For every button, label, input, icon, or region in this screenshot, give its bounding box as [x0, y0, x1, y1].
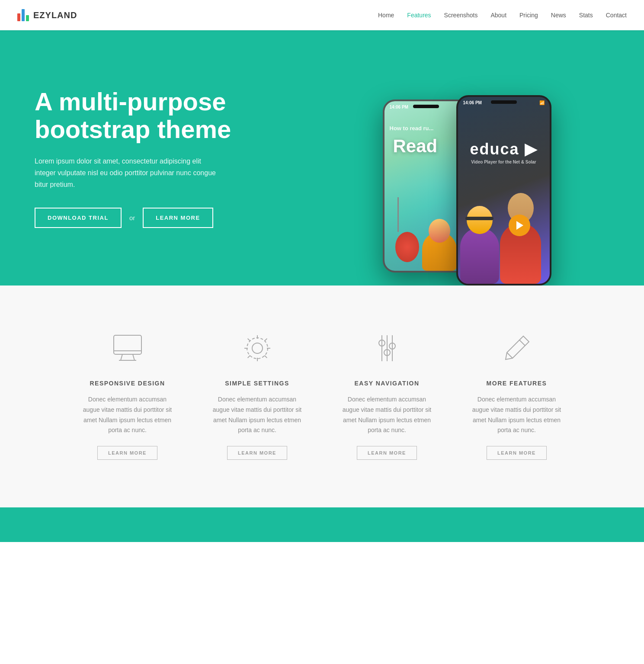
hero-image: 14:06 PM How to read ru... Read — [290, 30, 644, 285]
feature-desc-more: Donec elementum accumsan augue vitae mat… — [469, 395, 564, 436]
hero-or-text: or — [129, 214, 135, 221]
feature-item-responsive: RESPONSIVE DESIGN Donec elementum accums… — [63, 320, 192, 473]
logo-bar-red — [17, 13, 20, 21]
bottom-band — [0, 507, 644, 542]
play-button — [509, 215, 530, 236]
nav-item-screenshots[interactable]: Screenshots — [444, 11, 478, 19]
phones-container: 14:06 PM How to read ru... Read — [383, 30, 551, 285]
nav-item-pricing[interactable]: Pricing — [519, 11, 538, 19]
how-to-read-text: How to read ru... — [390, 125, 434, 132]
nav-link-about[interactable]: About — [490, 12, 506, 19]
nav-item-stats[interactable]: Stats — [579, 11, 593, 19]
phone-left-screen: 14:06 PM How to read ru... Read — [384, 101, 468, 271]
features-section: RESPONSIVE DESIGN Donec elementum accums… — [0, 285, 644, 507]
nav-link-pricing[interactable]: Pricing — [519, 12, 538, 19]
hero-section: A multi-purpose bootstrap theme Lorem ip… — [0, 30, 644, 285]
feature-item-navigation: EASY NAVIGATION Donec elementum accumsan… — [322, 320, 452, 473]
feature-title-settings: SIMPLE SETTINGS — [225, 380, 289, 387]
nav-link-contact[interactable]: Contact — [606, 12, 627, 19]
read-text: Read — [393, 136, 438, 157]
feature-desc-settings: Donec elementum accumsan augue vitae mat… — [210, 395, 305, 436]
educa-subtitle: Video Player for the Net & Solar — [458, 160, 550, 164]
feature-learn-more-navigation[interactable]: LEARN MORE — [357, 446, 417, 460]
nav-item-news[interactable]: News — [551, 11, 566, 19]
phone-right-screen: 14:06 PM 📶 educa ▶ Video Player for the … — [458, 97, 550, 284]
nav-link-screenshots[interactable]: Screenshots — [444, 12, 478, 19]
features-grid: RESPONSIVE DESIGN Donec elementum accums… — [63, 320, 582, 473]
feature-learn-more-responsive[interactable]: LEARN MORE — [97, 446, 157, 460]
phone-right: 14:06 PM 📶 educa ▶ Video Player for the … — [456, 95, 551, 285]
hero-content: A multi-purpose bootstrap theme Lorem ip… — [35, 88, 260, 228]
logo[interactable]: EZYLAND — [17, 9, 77, 21]
nav-item-home[interactable]: Home — [378, 11, 394, 19]
nav-link-home[interactable]: Home — [378, 12, 394, 19]
pencil-icon — [497, 329, 536, 368]
svg-rect-0 — [114, 335, 141, 354]
feature-learn-more-settings[interactable]: LEARN MORE — [227, 446, 287, 460]
feature-title-navigation: EASY NAVIGATION — [354, 380, 419, 387]
hero-buttons: DOWNLOAD TRIAL or LEARN MORE — [35, 208, 260, 228]
nav-link-features[interactable]: Features — [407, 12, 431, 19]
pencil-svg — [500, 331, 534, 366]
sliders-svg — [370, 331, 404, 366]
feature-desc-navigation: Donec elementum accumsan augue vitae mat… — [340, 395, 435, 436]
feature-learn-more-more[interactable]: LEARN MORE — [487, 446, 547, 460]
phone-right-status: 14:06 PM 📶 — [458, 100, 550, 105]
hero-description: Lorem ipsum dolor sit amet, consectetur … — [35, 155, 221, 191]
nav-item-contact[interactable]: Contact — [606, 11, 627, 19]
sliders-icon — [368, 329, 407, 368]
nav-item-features[interactable]: Features — [407, 11, 431, 19]
svg-line-1 — [121, 354, 122, 360]
monitor-svg — [110, 331, 145, 366]
phone-left-status: 14:06 PM — [384, 105, 468, 109]
play-triangle-icon — [516, 221, 523, 230]
learn-more-button[interactable]: LEARN MORE — [143, 208, 213, 228]
hero-title: A multi-purpose bootstrap theme — [35, 88, 260, 143]
logo-bar-blue — [22, 9, 25, 21]
feature-title-more: MORE FEATURES — [487, 380, 547, 387]
feature-title-responsive: RESPONSIVE DESIGN — [90, 380, 165, 387]
feature-desc-responsive: Donec elementum accumsan augue vitae mat… — [80, 395, 175, 436]
svg-line-2 — [133, 354, 135, 360]
feature-item-settings: SIMPLE SETTINGS Donec elementum accumsan… — [192, 320, 322, 473]
educa-title: educa ▶ — [458, 140, 550, 158]
svg-point-5 — [252, 343, 263, 353]
settings-icon — [238, 329, 277, 368]
logo-icon — [17, 9, 29, 21]
settings-svg — [240, 331, 275, 366]
nav-link-news[interactable]: News — [551, 12, 566, 19]
nav-item-about[interactable]: About — [490, 11, 506, 19]
logo-text: EZYLAND — [33, 10, 77, 20]
navbar: EZYLAND Home Features Screenshots About … — [0, 0, 644, 30]
logo-bar-green — [26, 15, 29, 21]
monitor-icon — [108, 329, 147, 368]
feature-item-more: MORE FEATURES Donec elementum accumsan a… — [452, 320, 582, 473]
svg-line-14 — [507, 353, 513, 358]
nav-links: Home Features Screenshots About Pricing … — [378, 11, 627, 19]
download-trial-button[interactable]: DOWNLOAD TRIAL — [35, 208, 122, 228]
svg-line-13 — [519, 340, 525, 346]
nav-link-stats[interactable]: Stats — [579, 12, 593, 19]
